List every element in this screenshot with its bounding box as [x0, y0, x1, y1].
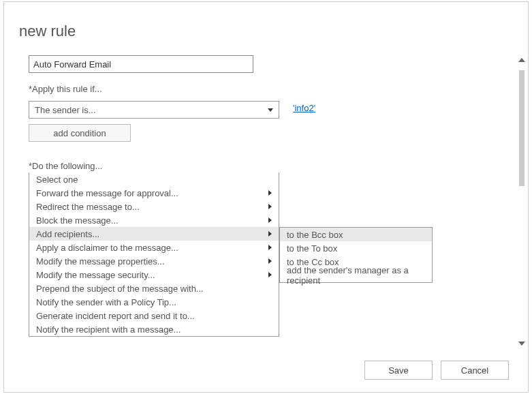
add-condition-label: add condition: [53, 128, 106, 138]
submenu-item[interactable]: to the Bcc box: [280, 228, 432, 241]
dropdown-item-label: Notify the sender with a Policy Tip...: [36, 297, 176, 307]
page-title: new rule: [19, 22, 76, 40]
apply-if-combo[interactable]: The sender is...: [29, 101, 279, 119]
dropdown-item-label: Add recipients...: [36, 229, 99, 239]
dialog-footer: Save Cancel: [364, 361, 509, 380]
apply-row: The sender is... 'info2': [29, 97, 509, 119]
dropdown-item-label: Apply a disclaimer to the message...: [36, 243, 178, 253]
dropdown-item-label: Block the message...: [36, 215, 119, 226]
save-label: Save: [388, 365, 409, 376]
apply-if-value: The sender is...: [35, 105, 96, 115]
dropdown-item[interactable]: Redirect the message to...: [29, 200, 279, 213]
dropdown-item-label: Forward the message for approval...: [36, 188, 178, 198]
apply-if-label: *Apply this rule if...: [29, 84, 509, 94]
submenu-item[interactable]: add the sender's manager as a recipient: [280, 269, 432, 282]
dropdown-item[interactable]: Apply a disclaimer to the message...: [29, 241, 279, 254]
caret-down-icon: [268, 108, 273, 112]
dropdown-item[interactable]: Block the message...: [29, 213, 279, 227]
scroll-up-icon[interactable]: [518, 58, 525, 62]
scroll-thumb[interactable]: [519, 70, 525, 186]
dropdown-item-label: Redirect the message to...: [36, 202, 140, 212]
dropdown-item-label: Prepend the subject of the message with.…: [36, 284, 204, 294]
dropdown-item[interactable]: Select one: [29, 172, 279, 186]
new-rule-dialog: new rule *Apply this rule if... The send…: [3, 1, 529, 393]
dropdown-item[interactable]: Notify the recipient with a message...: [29, 322, 279, 336]
submenu-item-label: to the Bcc box: [287, 230, 343, 240]
dropdown-item-label: Generate incident report and send it to.…: [36, 311, 195, 321]
add-condition-button[interactable]: add condition: [29, 124, 131, 142]
chevron-right-icon: [268, 245, 272, 250]
dropdown-item-label: Notify the recipient with a message...: [36, 324, 181, 335]
submenu-item-label: to the To box: [287, 243, 337, 254]
cancel-button[interactable]: Cancel: [441, 361, 509, 380]
chevron-right-icon: [268, 231, 272, 237]
chevron-right-icon: [268, 258, 272, 264]
dropdown-item-label: Modify the message security...: [36, 270, 155, 280]
dropdown-item[interactable]: Modify the message security...: [29, 268, 279, 282]
chevron-right-icon: [268, 204, 272, 209]
chevron-right-icon: [268, 190, 272, 196]
cancel-label: Cancel: [461, 365, 488, 376]
dropdown-item-label: Select one: [36, 175, 78, 185]
dropdown-item[interactable]: Prepend the subject of the message with.…: [29, 282, 279, 295]
dropdown-item[interactable]: Generate incident report and send it to.…: [29, 309, 279, 322]
do-following-dropdown: Select oneForward the message for approv…: [29, 172, 279, 337]
chevron-right-icon: [268, 272, 272, 277]
vertical-scrollbar[interactable]: [518, 55, 526, 348]
do-following-label: *Do the following...: [29, 161, 509, 171]
save-button[interactable]: Save: [364, 361, 433, 380]
rule-name-input[interactable]: [29, 55, 253, 73]
dropdown-item[interactable]: Modify the message properties...: [29, 254, 279, 268]
submenu-item-label: add the sender's manager as a recipient: [287, 265, 425, 286]
dropdown-item-label: Modify the message properties...: [36, 256, 165, 267]
sender-value-link[interactable]: 'info2': [293, 103, 315, 113]
dropdown-item[interactable]: Add recipients...: [29, 227, 279, 241]
submenu-item[interactable]: to the To box: [280, 241, 432, 255]
chevron-right-icon: [268, 217, 272, 223]
scroll-down-icon[interactable]: [518, 342, 525, 346]
dropdown-item[interactable]: Notify the sender with a Policy Tip...: [29, 295, 279, 309]
add-recipients-submenu: to the Bcc boxto the To boxto the Cc box…: [279, 227, 433, 283]
dropdown-item[interactable]: Forward the message for approval...: [29, 186, 279, 200]
